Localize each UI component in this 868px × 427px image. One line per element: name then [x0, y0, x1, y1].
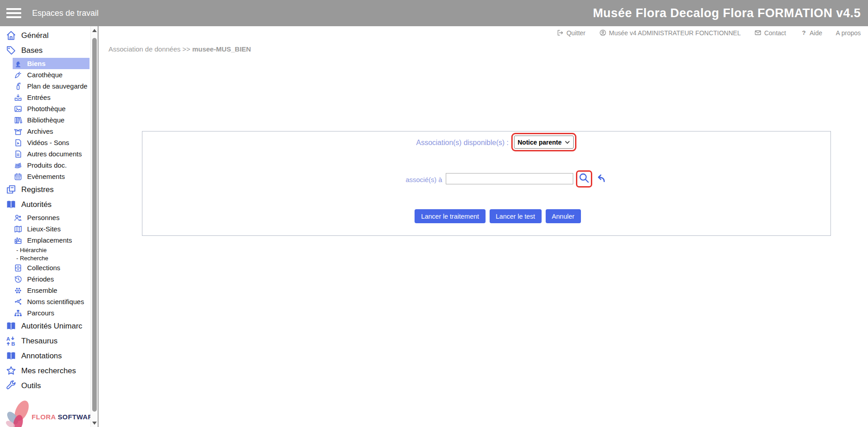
video-icon [14, 138, 23, 147]
stack-icon [14, 161, 23, 170]
wrench-icon [5, 380, 17, 391]
sidebar-item-label: Registres [21, 185, 54, 194]
scroll-down-icon[interactable] [91, 419, 98, 427]
sidebar-item-caroth-que[interactable]: Carothèque [0, 69, 90, 80]
svg-text:A: A [6, 336, 10, 342]
flora-petals-icon [5, 398, 33, 427]
sidebar-item-recherche[interactable]: - Recherche [0, 254, 90, 262]
sidebar-item-parcours[interactable]: Parcours [0, 307, 90, 319]
archive-box-icon [14, 127, 23, 136]
sidebar-item-produits-doc[interactable]: Produits doc. [0, 160, 90, 171]
search-icon[interactable] [578, 172, 590, 184]
sidebar-item-lieux-sites[interactable]: Lieux-Sites [0, 223, 90, 235]
sidebar-item-label: Personnes [27, 214, 60, 221]
sidebar-item-autorit-s-unimarc[interactable]: Autorités Unimarc [0, 319, 90, 333]
association-type-value: Notice parente [518, 139, 561, 146]
people-icon [14, 213, 23, 222]
tag-icon [5, 45, 17, 56]
association-type-select[interactable]: Notice parente [514, 136, 574, 149]
sidebar-item-label: Périodes [27, 275, 54, 283]
sidebar-item-mes-recherches[interactable]: Mes recherches [0, 363, 90, 378]
sidebar-item-vid-os-sons[interactable]: Vidéos - Sons [0, 137, 90, 148]
help-icon: ? [800, 29, 807, 37]
toolbar-link-label: A propos [836, 29, 861, 37]
run-treatment-button[interactable]: Lancer le traitement [415, 209, 485, 223]
sidebar-item-biens[interactable]: Biens [13, 58, 90, 69]
sidebar-item-thesaurus[interactable]: ABThesaurus [0, 333, 90, 348]
sidebar-item-p-riodes[interactable]: Périodes [0, 273, 90, 285]
toolbar-link-quitter[interactable]: Quitter [557, 29, 585, 37]
sitemap-icon [14, 309, 23, 318]
sidebar-item-bases[interactable]: Bases [0, 43, 90, 58]
fire-extinguisher-icon [14, 82, 23, 91]
sidebar-item-noms-scientifiques[interactable]: Noms scientifiques [0, 296, 90, 307]
sidebar-item-label: Produits doc. [27, 161, 67, 169]
toolbar-link-contact[interactable]: Contact [754, 29, 786, 37]
sidebar-item-label: Entrées [27, 94, 51, 101]
sidebar-item-label: Ensemble [27, 286, 57, 294]
sidebar-item-annotations[interactable]: Annotations [0, 348, 90, 363]
sidebar-item-label: Autorités Unimarc [21, 322, 82, 331]
logo-text: FLORASOFTWARE [32, 413, 98, 421]
molecule-icon [14, 297, 23, 306]
sidebar-item-personnes[interactable]: Personnes [0, 212, 90, 223]
open-book-icon [5, 320, 17, 332]
sidebar-item-label: - Recherche [16, 255, 48, 262]
library-icon [14, 116, 23, 125]
sidebar-item-plan-de-sauvegarde[interactable]: Plan de sauvegarde [0, 80, 90, 92]
app-header: Espaces de travail Musée Flora Decalog F… [0, 0, 868, 26]
drawer-icon [14, 263, 23, 272]
shelf-icon [14, 236, 23, 245]
toolbar-link-mus-e-v4-administrateur-fonctionnel[interactable]: Musée v4 ADMINISTRATEUR FONCTIONNEL [599, 29, 741, 37]
sidebar-item-hi-rarchie[interactable]: - Hiérarchie [0, 246, 90, 254]
scroll-up-icon[interactable] [91, 26, 98, 34]
sidebar-item-label: Mes recherches [21, 366, 76, 375]
sidebar-item-g-n-ral[interactable]: Général [0, 28, 90, 43]
sidebar-item-archives[interactable]: Archives [0, 126, 90, 137]
app-title: Musée Flora Decalog Flora FORMATION v4.5 [593, 6, 861, 20]
association-available-label: Association(s) disponible(s) : [142, 139, 509, 147]
sidebar-item-label: Thesaurus [21, 337, 57, 346]
sidebar-item-ev-nements[interactable]: Evènements [0, 171, 90, 182]
toolbar-link-aide[interactable]: ?Aide [800, 29, 822, 37]
sidebar-item-label: Bibliothèque [27, 116, 65, 124]
association-form: Association(s) disponible(s) : Notice pa… [142, 131, 831, 236]
flora-logo: FLORASOFTWARE [0, 394, 90, 427]
thesaurus-icon: AB [5, 335, 17, 347]
sidebar-item-autres-documents[interactable]: Autres documents [0, 148, 90, 160]
sidebar-item-label: Emplacements [27, 236, 72, 244]
scrollbar-thumb[interactable] [92, 38, 97, 412]
cancel-button[interactable]: Annuler [546, 209, 581, 223]
sidebar: GénéralBasesBiensCarothèquePlan de sauve… [0, 26, 99, 427]
sidebar-item-label: Bases [21, 46, 42, 55]
sidebar-scrollbar[interactable] [90, 26, 98, 427]
associated-to-input[interactable] [446, 173, 573, 184]
sidebar-item-autorit-s[interactable]: Autorités [0, 197, 90, 212]
calendar-icon [14, 172, 23, 181]
sidebar-item-biblioth-que[interactable]: Bibliothèque [0, 114, 90, 126]
photo-icon [14, 104, 23, 113]
sidebar-item-label: Biens [27, 60, 46, 67]
open-book-icon [5, 350, 17, 361]
document-icon [14, 150, 23, 159]
svg-text:?: ? [802, 29, 806, 36]
toolbar-link-a-propos[interactable]: A propos [836, 29, 861, 37]
map-icon [14, 225, 23, 234]
sidebar-item-registres[interactable]: Registres [0, 182, 90, 197]
chevron-down-icon [565, 140, 570, 145]
sidebar-item-outils[interactable]: Outils [0, 378, 90, 393]
sidebar-item-ensemble[interactable]: Ensemble [0, 285, 90, 296]
sidebar-item-phototh-que[interactable]: Photothèque [0, 103, 90, 114]
mail-icon [754, 29, 762, 37]
run-test-button[interactable]: Lancer le test [490, 209, 542, 223]
menu-icon[interactable] [6, 6, 21, 20]
sidebar-item-collections[interactable]: Collections [0, 262, 90, 273]
sidebar-item-label: Général [21, 31, 48, 40]
sidebar-item-emplacements[interactable]: Emplacements [0, 235, 90, 246]
sidebar-item-label: Collections [27, 264, 60, 272]
sidebar-item-label: Carothèque [27, 71, 62, 79]
svg-text:B: B [11, 341, 15, 347]
undo-icon[interactable] [594, 172, 606, 184]
open-book-icon [5, 199, 17, 210]
sidebar-item-entr-es[interactable]: Entrées [0, 92, 90, 103]
